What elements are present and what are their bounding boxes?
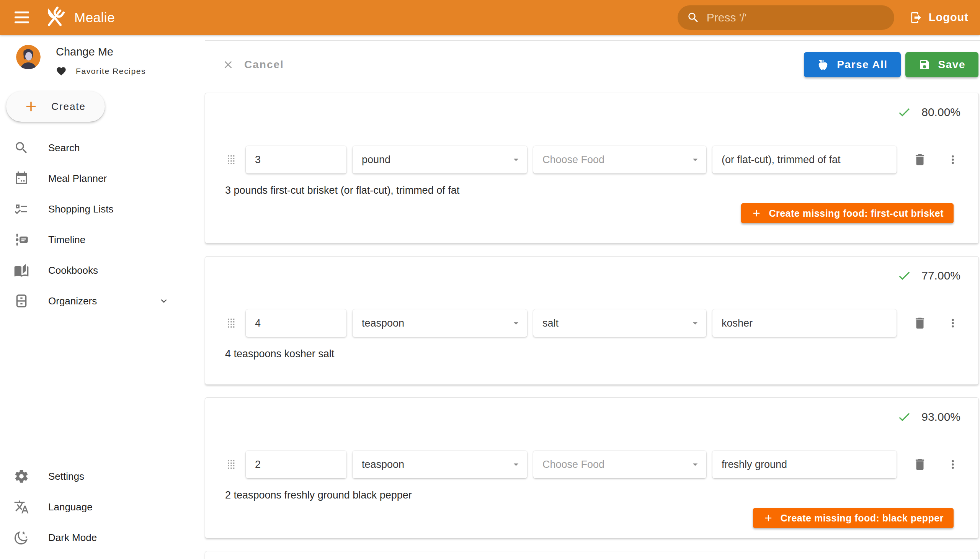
- dropdown-caret-icon: [510, 459, 522, 470]
- dropdown-caret-icon: [510, 318, 522, 329]
- sidebar-item-timeline[interactable]: Timeline: [0, 224, 185, 255]
- confidence-value: 93.00%: [921, 410, 960, 423]
- trash-icon: [912, 457, 927, 472]
- unit-value: teaspoon: [362, 318, 404, 329]
- check-icon: [897, 105, 911, 119]
- delete-button[interactable]: [912, 152, 927, 167]
- book-open-icon: [14, 263, 29, 278]
- confidence-value: 77.00%: [921, 269, 960, 282]
- quantity-input[interactable]: [246, 451, 347, 478]
- logout-icon: [910, 11, 922, 24]
- sidebar-item-label: Timeline: [48, 234, 85, 246]
- sidebar-item-label: Dark Mode: [48, 532, 97, 544]
- sidebar: Change Me Favorite Recipes Create Search: [0, 35, 185, 559]
- more-menu-button[interactable]: [946, 458, 959, 471]
- drag-handle-icon[interactable]: [223, 152, 239, 167]
- note-input[interactable]: [712, 309, 897, 337]
- kebab-menu-icon: [946, 458, 959, 471]
- check-icon: [897, 410, 911, 424]
- create-missing-food-button[interactable]: Create missing food: black pepper: [753, 508, 954, 528]
- save-button[interactable]: Save: [906, 52, 978, 77]
- close-icon: [222, 59, 234, 71]
- user-block: Change Me Favorite Recipes: [0, 45, 185, 76]
- ingredient-card: [205, 551, 979, 559]
- quantity-input[interactable]: [246, 309, 347, 337]
- sidebar-item-label: Language: [48, 501, 93, 513]
- avatar[interactable]: [16, 45, 41, 69]
- moon-icon: [14, 530, 29, 545]
- dropdown-caret-icon: [510, 154, 522, 165]
- dropdown-caret-icon: [689, 459, 701, 470]
- original-ingredient-text: 4 teaspoons kosher salt: [225, 346, 978, 361]
- sidebar-item-dark-mode[interactable]: Dark Mode: [0, 522, 185, 553]
- logout-button[interactable]: Logout: [910, 11, 968, 24]
- content-divider: [205, 40, 980, 41]
- quantity-input[interactable]: [246, 146, 347, 174]
- sidebar-footer: Settings Language Dark Mode: [0, 461, 185, 559]
- drag-handle-icon[interactable]: [223, 316, 239, 331]
- food-select[interactable]: Choose Food: [533, 146, 706, 174]
- save-icon: [918, 59, 930, 71]
- confidence-row: 77.00%: [205, 267, 960, 284]
- unit-select[interactable]: teaspoon: [352, 309, 527, 337]
- food-value: salt: [542, 318, 559, 329]
- sidebar-item-label: Meal Planner: [48, 173, 107, 185]
- plus-icon: [23, 98, 39, 114]
- create-button[interactable]: Create: [6, 91, 105, 122]
- ingredient-fields-row: pound Choose Food: [223, 146, 978, 174]
- drag-handle-icon[interactable]: [223, 457, 239, 472]
- more-menu-button[interactable]: [946, 317, 959, 330]
- ingredient-card: 80.00% pound Choose Food: [205, 93, 979, 243]
- chevron-down-icon: [158, 295, 170, 307]
- delete-button[interactable]: [912, 316, 927, 331]
- menu-icon[interactable]: [11, 7, 33, 29]
- heart-icon: [56, 66, 67, 76]
- trash-icon: [912, 316, 927, 331]
- sidebar-item-shopping-lists[interactable]: Shopping Lists: [0, 194, 185, 224]
- food-select[interactable]: salt: [533, 309, 706, 337]
- apple-icon: [817, 59, 829, 71]
- unit-select[interactable]: teaspoon: [352, 451, 527, 478]
- create-missing-food-label: Create missing food: black pepper: [780, 513, 944, 524]
- sidebar-item-meal-planner[interactable]: Meal Planner: [0, 163, 185, 194]
- note-input[interactable]: [712, 451, 897, 478]
- favorite-recipes-label: Favorite Recipes: [76, 67, 146, 76]
- search-icon: [687, 11, 700, 24]
- ingredient-card: 93.00% teaspoon Choose Food: [205, 397, 979, 538]
- create-label: Create: [51, 101, 86, 112]
- sidebar-item-label: Settings: [48, 471, 84, 483]
- app-title: Mealie: [74, 10, 115, 25]
- ingredient-fields-row: teaspoon Choose Food: [223, 451, 978, 478]
- app-bar: Mealie Logout: [0, 0, 980, 35]
- food-placeholder: Choose Food: [542, 154, 605, 166]
- create-missing-food-label: Create missing food: first-cut brisket: [769, 208, 944, 219]
- cancel-label: Cancel: [244, 59, 284, 71]
- favorite-recipes-button[interactable]: Favorite Recipes: [56, 66, 146, 76]
- search-input[interactable]: [707, 11, 885, 24]
- sidebar-item-label: Search: [48, 142, 79, 154]
- logout-label: Logout: [929, 11, 968, 24]
- original-ingredient-text: 2 teaspoons freshly ground black pepper: [225, 488, 978, 503]
- checklist-icon: [14, 202, 29, 217]
- mealie-logo-icon[interactable]: [43, 6, 67, 30]
- delete-button[interactable]: [912, 457, 927, 472]
- unit-value: pound: [362, 154, 390, 166]
- parse-all-button[interactable]: Parse All: [804, 52, 901, 77]
- sidebar-item-cookbooks[interactable]: Cookbooks: [0, 255, 185, 286]
- cancel-button[interactable]: Cancel: [222, 59, 284, 71]
- sidebar-item-search[interactable]: Search: [0, 132, 185, 163]
- more-menu-button[interactable]: [946, 153, 959, 166]
- ingredient-fields-row: teaspoon salt: [223, 309, 978, 337]
- sidebar-item-label: Organizers: [48, 295, 97, 307]
- create-missing-food-button[interactable]: Create missing food: first-cut brisket: [741, 203, 954, 223]
- user-name: Change Me: [56, 46, 146, 58]
- sidebar-item-settings[interactable]: Settings: [0, 461, 185, 491]
- food-select[interactable]: Choose Food: [533, 451, 706, 478]
- sidebar-item-language[interactable]: Language: [0, 491, 185, 522]
- unit-select[interactable]: pound: [352, 146, 527, 174]
- global-search-field[interactable]: [678, 5, 894, 30]
- confidence-value: 80.00%: [921, 106, 960, 119]
- sidebar-item-organizers[interactable]: Organizers: [0, 286, 185, 316]
- note-input[interactable]: [712, 146, 897, 174]
- parser-toolbar: Cancel Parse All Save: [222, 52, 978, 77]
